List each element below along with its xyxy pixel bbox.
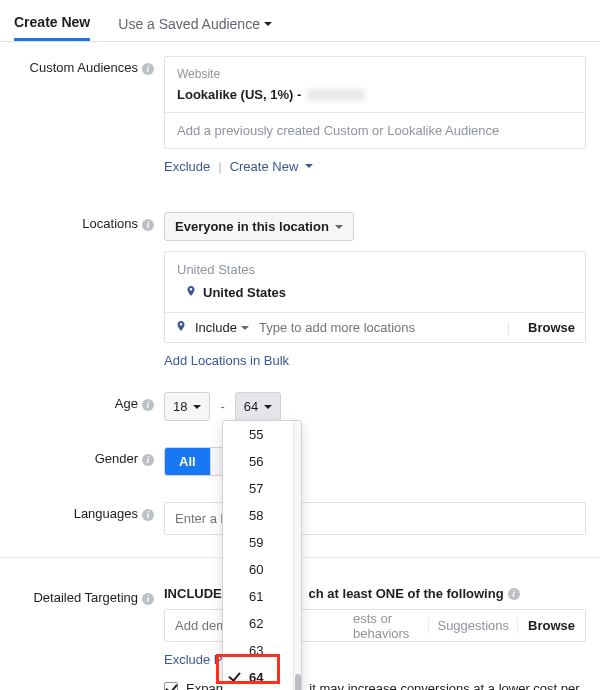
locations-bulk-link-row: Add Locations in Bulk [164,353,586,368]
age-label: Age i [14,392,164,421]
gender-all-button[interactable]: All [165,448,210,475]
custom-audiences-label-text: Custom Audiences [30,60,138,75]
custom-audiences-field: Website Lookalike (US, 1%) - Add a previ… [164,56,586,174]
age-row: Age i 18 - 64 5556575859606162636465+ [0,378,600,421]
info-icon[interactable]: i [142,219,154,231]
locations-label-text: Locations [82,216,138,231]
detailed-placeholder-suffix: ests or behaviors [353,611,428,641]
include-button[interactable]: Include [195,320,249,335]
separator: | [507,320,510,335]
dropdown-option-58[interactable]: 58 [223,502,293,529]
locations-label: Locations i [14,212,164,368]
detailed-targeting-label: Detailed Targeting i [14,586,164,690]
gender-label: Gender i [14,447,164,476]
location-item[interactable]: United States [165,279,585,312]
info-icon[interactable]: i [142,399,154,411]
custom-audiences-content: Website Lookalike (US, 1%) - [165,57,585,112]
age-max-value: 64 [244,399,258,414]
tab-saved-audience[interactable]: Use a Saved Audience [118,10,272,40]
info-icon[interactable]: i [142,593,154,605]
age-label-text: Age [115,396,138,411]
caret-down-icon [241,326,249,334]
audience-tabs: Create New Use a Saved Audience [0,0,600,42]
pin-icon [175,320,187,335]
dropdown-option-61[interactable]: 61 [223,583,293,610]
redacted-block [307,89,365,101]
dropdown-option-62[interactable]: 62 [223,610,293,637]
info-icon[interactable]: i [142,509,154,521]
add-locations-bulk-link[interactable]: Add Locations in Bulk [164,353,289,368]
browse-link[interactable]: Browse [517,618,585,633]
age-max-button[interactable]: 64 [235,392,281,421]
age-controls: 18 - 64 5556575859606162636465+ [164,392,586,421]
age-dash: - [220,399,224,414]
dropdown-list[interactable]: 5556575859606162636465+ [223,421,293,690]
dropdown-option-63[interactable]: 63 [223,637,293,664]
include-label: Include [195,320,237,335]
expand-checkbox[interactable] [164,682,178,690]
dropdown-option-59[interactable]: 59 [223,529,293,556]
age-max-dropdown: 5556575859606162636465+ [222,420,302,690]
location-scope-button[interactable]: Everyone in this location [164,212,354,241]
create-new-link-label: Create New [230,159,299,174]
location-input[interactable] [257,319,499,336]
detailed-targeting-label-text: Detailed Targeting [33,590,138,605]
caret-down-icon [193,405,201,413]
include-suffix: ch at least ONE of the following [309,586,504,601]
location-item-name: United States [203,285,286,300]
custom-audiences-row: Custom Audiences i Website Lookalike (US… [0,42,600,174]
dropdown-scrollbar[interactable] [293,421,301,690]
info-icon[interactable]: i [142,63,154,75]
suggestions-link[interactable]: Suggestions [428,618,517,633]
languages-label: Languages i [14,502,164,535]
age-field: 18 - 64 5556575859606162636465+ [164,392,586,421]
create-new-link[interactable]: Create New [230,159,313,174]
scrollbar-thumb[interactable] [295,674,301,690]
locations-row: Locations i Everyone in this location Un… [0,198,600,368]
lookalike-name: Lookalike (US, 1%) - [177,87,301,102]
browse-link[interactable]: Browse [518,320,575,335]
location-group: United States [165,252,585,279]
tab-saved-label: Use a Saved Audience [118,16,260,32]
tab-create-new[interactable]: Create New [14,8,90,41]
dropdown-option-64[interactable]: 64 [223,664,293,690]
locations-footer: Include | Browse [165,312,585,342]
info-icon[interactable]: i [508,588,520,600]
pin-icon [185,285,197,300]
dropdown-option-60[interactable]: 60 [223,556,293,583]
website-label: Website [177,67,573,81]
locations-box: United States United States Include | Br… [164,251,586,343]
caret-down-icon [335,225,343,233]
caret-down-icon [264,22,272,30]
dropdown-option-56[interactable]: 56 [223,448,293,475]
location-scope-label: Everyone in this location [175,219,329,234]
locations-field: Everyone in this location United States … [164,212,586,368]
info-icon[interactable]: i [142,454,154,466]
dropdown-option-57[interactable]: 57 [223,475,293,502]
dropdown-option-55[interactable]: 55 [223,421,293,448]
link-separator: | [218,159,221,174]
age-min-button[interactable]: 18 [164,392,210,421]
expand-suffix: it may increase conversions at a lower c… [309,681,579,690]
caret-down-icon [264,405,272,413]
custom-audiences-card: Website Lookalike (US, 1%) - Add a previ… [164,56,586,149]
gender-label-text: Gender [95,451,138,466]
age-min-value: 18 [173,399,187,414]
audience-add-input[interactable]: Add a previously created Custom or Looka… [165,112,585,148]
custom-audiences-label: Custom Audiences i [14,56,164,174]
caret-down-icon [305,164,313,172]
exclude-link[interactable]: Exclude [164,159,210,174]
custom-audiences-links: Exclude | Create New [164,159,586,174]
languages-label-text: Languages [74,506,138,521]
